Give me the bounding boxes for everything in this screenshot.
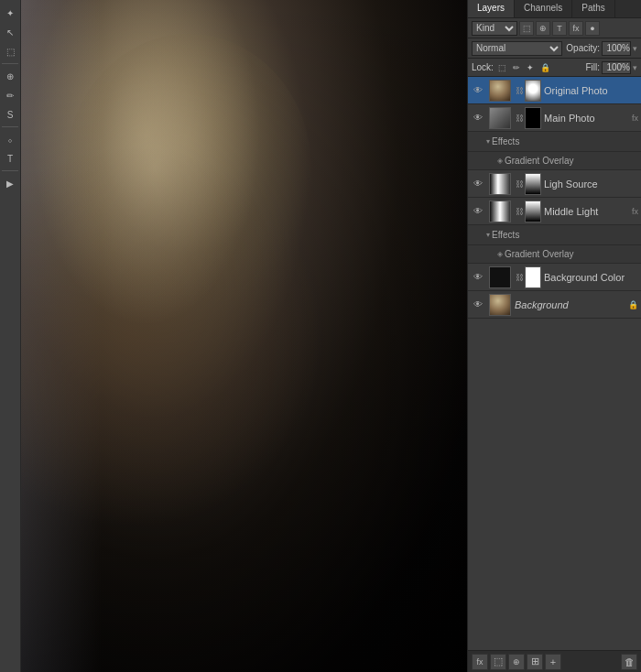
effects-label: Effects xyxy=(492,136,519,146)
visibility-toggle[interactable]: 👁 xyxy=(471,177,485,191)
layer-mask-thumbnail xyxy=(525,201,541,222)
layer-mask-thumbnail xyxy=(525,173,541,195)
lasso-tool[interactable]: ⊕ xyxy=(1,67,19,85)
filter-icon-4[interactable]: fx xyxy=(569,21,583,36)
chain-icon: ⛓ xyxy=(516,273,524,282)
layer-item[interactable]: 👁 Background 🔒 xyxy=(468,291,641,319)
add-mask-button[interactable]: ⬚ xyxy=(490,654,506,670)
effects-label: Effects xyxy=(492,230,519,240)
separator xyxy=(2,63,18,64)
layer-mask-thumbnail xyxy=(525,266,541,288)
visibility-toggle[interactable]: 👁 xyxy=(471,204,485,219)
filter-select[interactable]: Kind xyxy=(472,21,517,36)
heal-tool[interactable]: S xyxy=(1,105,19,124)
fx-badge: fx xyxy=(632,207,638,216)
fill-input[interactable] xyxy=(602,61,631,74)
opacity-input[interactable] xyxy=(602,41,631,56)
thumb-mask xyxy=(526,201,540,222)
tab-layers[interactable]: Layers xyxy=(468,0,515,17)
thumb-image xyxy=(490,108,510,128)
crop-tool[interactable]: ✏ xyxy=(1,86,19,104)
layer-thumbnail xyxy=(489,107,511,129)
chain-icon: ⛓ xyxy=(516,86,524,95)
bottom-toolbar: fx ⬚ ⊕ ⊞ + 🗑 xyxy=(468,650,641,672)
chain-icon: ⛓ xyxy=(516,114,524,123)
effect-icon: ◈ xyxy=(497,250,503,258)
tab-paths[interactable]: Paths xyxy=(572,0,615,17)
thumb-image xyxy=(490,295,510,315)
thumb-image xyxy=(490,201,510,222)
thumb-mask xyxy=(526,267,540,287)
layer-item[interactable]: 👁 ⛓ Ligh Source xyxy=(468,170,641,198)
lock-all-btn[interactable]: 🔒 xyxy=(538,62,552,73)
layer-item[interactable]: 👁 ⛓ Background Color xyxy=(468,264,641,291)
fx-badge: fx xyxy=(632,114,638,123)
visibility-toggle[interactable]: 👁 xyxy=(471,83,485,98)
chain-icon: ⛓ xyxy=(516,207,524,216)
add-group-button[interactable]: ⊞ xyxy=(527,654,543,670)
layer-item[interactable]: 👁 ⛓ Main Photo fx xyxy=(468,104,641,132)
play-tool[interactable]: ▶ xyxy=(1,174,19,192)
tab-channels[interactable]: Channels xyxy=(515,0,572,17)
effect-name: Gradient Overlay xyxy=(505,249,574,259)
layer-thumbnail xyxy=(489,201,511,222)
fill-arrow: ▾ xyxy=(633,63,637,72)
layer-effects-group[interactable]: ▾ Effects xyxy=(468,132,641,152)
blend-mode-select[interactable]: Normal xyxy=(472,41,562,56)
lock-row: Lock: ⬚ ✏ ✦ 🔒 Fill: ▾ xyxy=(468,59,641,77)
chain-icon: ⛓ xyxy=(516,179,524,189)
effect-name: Gradient Overlay xyxy=(505,156,574,166)
thumb-image xyxy=(490,267,510,287)
marquee-tool[interactable]: ⬚ xyxy=(1,42,19,60)
figure-overlay xyxy=(21,0,467,672)
fill-label: Fill: xyxy=(585,62,600,72)
panel-tabs: Layers Channels Paths xyxy=(468,0,641,18)
layer-name: Background xyxy=(515,299,626,310)
layer-effect-item[interactable]: ◈ Gradient Overlay xyxy=(468,245,641,264)
opacity-group: Opacity: ▾ xyxy=(566,41,637,56)
thumb-image xyxy=(490,174,510,194)
filter-icon-3[interactable]: T xyxy=(552,21,567,36)
layer-thumbnail xyxy=(489,294,511,316)
thumb-mask xyxy=(526,174,540,194)
layer-name: Ligh Source xyxy=(544,179,638,190)
layer-item[interactable]: 👁 ⛓ Original Photo xyxy=(468,77,641,104)
separator xyxy=(2,170,18,171)
opacity-arrow: ▾ xyxy=(633,44,637,53)
layer-name: Original Photo xyxy=(544,85,638,96)
layer-thumbnail xyxy=(489,173,511,195)
expand-arrow: ▾ xyxy=(486,231,490,239)
selection-tool[interactable]: ↖ xyxy=(1,23,19,41)
visibility-toggle[interactable]: 👁 xyxy=(471,298,485,312)
opacity-label: Opacity: xyxy=(566,43,600,53)
filter-icon-2[interactable]: ⊕ xyxy=(536,21,550,36)
add-adjustment-button[interactable]: ⊕ xyxy=(508,654,525,670)
separator xyxy=(2,126,18,127)
brush-tool[interactable]: ⬦ xyxy=(1,130,19,148)
layers-panel: Layers Channels Paths Kind ⬚ ⊕ T fx ● No… xyxy=(467,0,641,672)
add-style-button[interactable]: fx xyxy=(472,654,488,670)
layer-name: Middle Light xyxy=(544,206,630,217)
expand-arrow: ▾ xyxy=(486,137,490,146)
lock-pixels-btn[interactable]: ✏ xyxy=(511,62,522,73)
canvas-area xyxy=(21,0,467,672)
layer-effects-group[interactable]: ▾ Effects xyxy=(468,225,641,245)
filter-bar: Kind ⬚ ⊕ T fx ● xyxy=(468,18,641,38)
left-toolbar: ✦ ↖ ⬚ ⊕ ✏ S ⬦ T ▶ xyxy=(0,0,21,672)
layer-thumbnail xyxy=(489,266,511,288)
add-layer-button[interactable]: + xyxy=(545,654,561,670)
filter-icon-1[interactable]: ⬚ xyxy=(519,21,534,36)
type-tool[interactable]: T xyxy=(1,149,19,168)
lock-position-btn[interactable]: ✦ xyxy=(525,62,536,73)
fill-group: Fill: ▾ xyxy=(585,61,637,74)
effect-icon: ◈ xyxy=(497,157,503,165)
visibility-toggle[interactable]: 👁 xyxy=(471,270,485,285)
layer-effect-item[interactable]: ◈ Gradient Overlay xyxy=(468,152,641,170)
move-tool[interactable]: ✦ xyxy=(1,4,19,22)
filter-icon-5[interactable]: ● xyxy=(585,21,600,36)
thumb-mask xyxy=(526,108,540,128)
lock-transparent-btn[interactable]: ⬚ xyxy=(496,62,508,73)
delete-layer-button[interactable]: 🗑 xyxy=(621,654,637,670)
visibility-toggle[interactable]: 👁 xyxy=(471,111,485,125)
layer-item[interactable]: 👁 ⛓ Middle Light fx xyxy=(468,198,641,225)
